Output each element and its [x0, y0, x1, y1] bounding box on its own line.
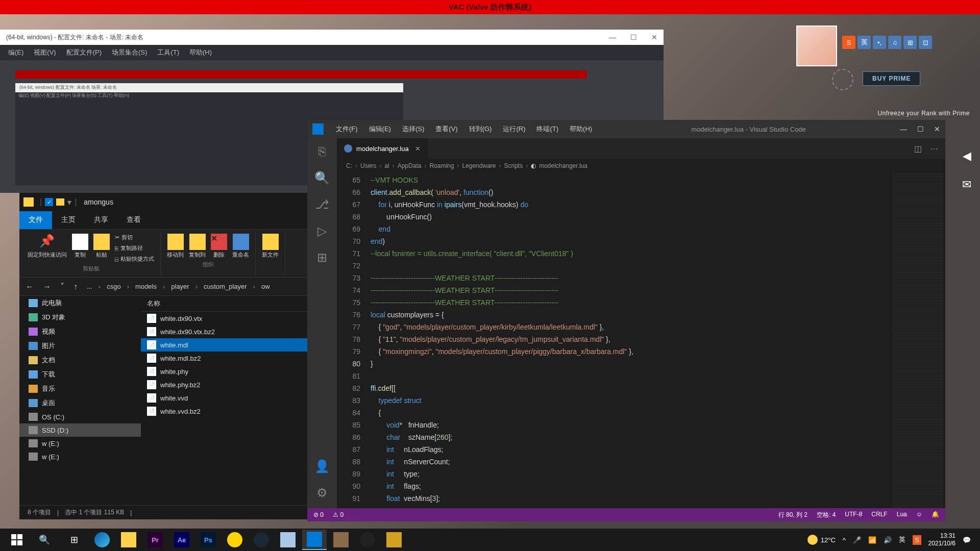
- app-yellow[interactable]: [223, 530, 247, 550]
- notification-icon[interactable]: 💬: [963, 536, 971, 544]
- tab-modelchanger[interactable]: modelchanger.lua ✕: [337, 138, 428, 159]
- bell-icon[interactable]: 🔔: [932, 511, 939, 519]
- code-editor[interactable]: 6566676869707172737475767778798081828384…: [337, 173, 945, 508]
- tab-share[interactable]: 共享: [85, 211, 117, 229]
- maximize-button[interactable]: ☐: [630, 33, 637, 41]
- sidebar-pictures[interactable]: 图片: [19, 339, 141, 353]
- sfm-titlebar[interactable]: (64-bit, windows) - 配置文件: 未命名 - 场景: 未命名 …: [0, 30, 664, 45]
- copy-button[interactable]: 复制: [71, 233, 89, 264]
- taskview-icon[interactable]: ⊞: [66, 532, 82, 547]
- nav-recent[interactable]: ˅: [58, 280, 66, 293]
- cursor-position[interactable]: 行 80, 列 2: [778, 511, 807, 519]
- nav-up[interactable]: ↑: [71, 280, 80, 293]
- clock[interactable]: 13:31 2021/10/6: [928, 532, 955, 547]
- maximize-button[interactable]: ☐: [917, 125, 924, 133]
- tab-close-icon[interactable]: ✕: [415, 145, 421, 153]
- obs-app[interactable]: [355, 530, 380, 550]
- vscode-app[interactable]: [302, 530, 327, 550]
- minimap[interactable]: [889, 173, 945, 508]
- breadcrumbs[interactable]: C:› Users› al› AppData› Roaming› Legendw…: [337, 159, 945, 173]
- sidebar-3d[interactable]: 3D 对象: [19, 310, 141, 324]
- ime-icon[interactable]: S: [913, 535, 921, 545]
- nav-forward[interactable]: →: [41, 280, 53, 293]
- breadcrumb[interactable]: ...› csgo› models› player› custom_player…: [85, 282, 272, 291]
- ime-lang[interactable]: 英: [899, 535, 905, 544]
- csgo-app[interactable]: [382, 530, 406, 550]
- sidebar-downloads[interactable]: 下载: [19, 367, 141, 382]
- explorer-app[interactable]: [116, 530, 141, 550]
- account-icon[interactable]: 👤: [315, 459, 329, 473]
- search-icon[interactable]: 🔍: [37, 532, 52, 547]
- sidebar-documents[interactable]: 文档: [19, 353, 141, 367]
- encoding[interactable]: UTF-8: [845, 511, 862, 519]
- delete-button[interactable]: ✕删除: [210, 233, 228, 260]
- menu-run[interactable]: 运行(R): [498, 122, 530, 136]
- file-row[interactable]: 📄white.vvd.bz2: [141, 405, 307, 418]
- vscode-titlebar[interactable]: 文件(F) 编辑(E) 选择(S) 查看(V) 转到(G) 运行(R) 终端(T…: [307, 120, 945, 138]
- notes-app[interactable]: [276, 530, 300, 550]
- menu-edit[interactable]: 编辑(E): [364, 122, 396, 136]
- tab-home[interactable]: 主页: [52, 211, 85, 229]
- file-row[interactable]: 📄white.phy: [141, 365, 307, 378]
- file-row[interactable]: 📄white.dx90.vtx.bz2: [141, 325, 307, 338]
- warnings-count[interactable]: ⚠ 0: [333, 511, 344, 518]
- menu-tools[interactable]: 工具(T): [153, 46, 183, 59]
- sidebar-we1[interactable]: w (E:): [19, 437, 141, 450]
- menu-config[interactable]: 配置文件(P): [62, 46, 106, 59]
- search-icon[interactable]: 🔍: [315, 171, 329, 185]
- feedback-icon[interactable]: ☺: [916, 511, 922, 519]
- file-row[interactable]: 📄white.vvd: [141, 391, 307, 405]
- ime-logo[interactable]: S: [842, 36, 855, 49]
- photoshop-app[interactable]: Ps: [196, 530, 220, 550]
- menu-file[interactable]: 文件(F): [331, 122, 363, 136]
- volume-icon[interactable]: 🔊: [884, 536, 892, 544]
- paste-button[interactable]: 粘贴: [92, 233, 111, 264]
- column-header[interactable]: 名称: [141, 296, 307, 312]
- menu-go[interactable]: 转到(G): [464, 122, 497, 136]
- file-row[interactable]: 📄white.mdl.bz2: [141, 352, 307, 365]
- more-actions-icon[interactable]: ⋯: [930, 144, 938, 154]
- ime-more[interactable]: ⊡: [919, 36, 932, 49]
- extensions-icon[interactable]: ⊞: [315, 251, 329, 265]
- explorer-icon[interactable]: ⎘: [315, 144, 329, 159]
- menu-edit[interactable]: 编(E): [4, 46, 28, 59]
- weather-widget[interactable]: 12°C: [807, 535, 836, 545]
- ime-punct[interactable]: •,: [873, 36, 886, 49]
- indent-info[interactable]: 空格: 4: [817, 511, 836, 519]
- menu-scenes[interactable]: 场景集合(S): [108, 46, 151, 59]
- cut-button[interactable]: ✂剪切: [114, 233, 155, 242]
- debug-icon[interactable]: ▷: [315, 224, 329, 238]
- copyto-button[interactable]: 复制到: [188, 233, 207, 260]
- ime-audio[interactable]: ♫: [888, 36, 901, 49]
- pin-button[interactable]: 📌固定到快速访问: [27, 233, 68, 264]
- aftereffects-app[interactable]: Ae: [169, 530, 194, 550]
- steam-app[interactable]: [249, 530, 274, 550]
- sidebar-ssd[interactable]: SSD (D:): [19, 423, 141, 437]
- explorer-titlebar[interactable]: | ✓ ▾ | amongus: [19, 193, 307, 211]
- buy-prime-button[interactable]: BUY PRIME: [863, 71, 920, 86]
- menu-help[interactable]: 帮助(H): [185, 46, 216, 59]
- menu-view[interactable]: 查看(V): [430, 122, 462, 136]
- avatar[interactable]: [796, 26, 837, 66]
- settings-icon[interactable]: ⚙: [315, 486, 329, 500]
- start-button[interactable]: [11, 534, 22, 545]
- tray-chevron[interactable]: ^: [843, 536, 846, 544]
- ime-lang[interactable]: 英: [857, 36, 871, 49]
- nav-back[interactable]: ←: [23, 280, 36, 293]
- sidebar-os[interactable]: OS (C:): [19, 410, 141, 423]
- rename-button[interactable]: 重命名: [231, 233, 250, 260]
- mic-icon[interactable]: 🎤: [853, 536, 861, 544]
- sidebar-video[interactable]: 视频: [19, 324, 141, 339]
- close-button[interactable]: ✕: [934, 125, 940, 133]
- menu-help[interactable]: 帮助(H): [565, 122, 597, 136]
- close-button[interactable]: ✕: [651, 33, 657, 41]
- code-content[interactable]: --VMT HOOKSclient.add_callback( 'unload'…: [371, 173, 889, 508]
- sidebar-music[interactable]: 音乐: [19, 382, 141, 396]
- moveto-button[interactable]: 移动到: [166, 233, 185, 260]
- menu-terminal[interactable]: 终端(T): [531, 122, 564, 136]
- sidebar-we2[interactable]: w (E:): [19, 450, 141, 463]
- minimize-button[interactable]: —: [900, 125, 907, 133]
- hammer-app[interactable]: [329, 530, 353, 550]
- mail-icon[interactable]: ✉: [959, 177, 975, 193]
- tab-view[interactable]: 查看: [117, 211, 150, 229]
